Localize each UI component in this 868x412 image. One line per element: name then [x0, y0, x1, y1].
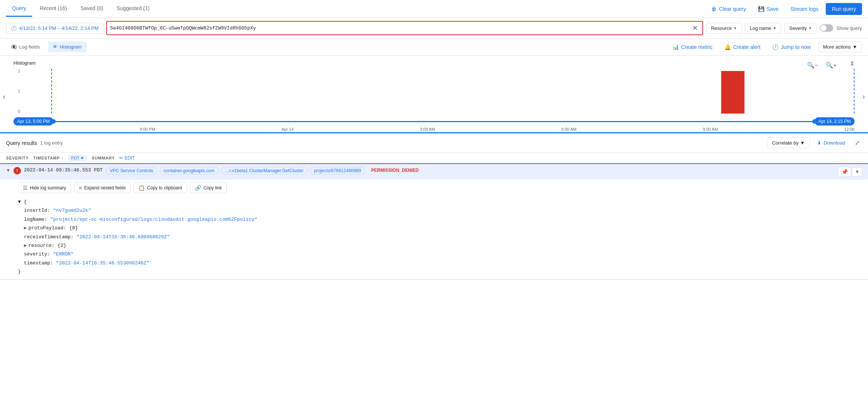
clipboard-icon: 📋 — [138, 185, 145, 191]
severity-icon: ! — [13, 167, 21, 174]
expand-nested-fields-button[interactable]: ≡ Expand nested fields — [74, 183, 131, 193]
pin-dropdown-button[interactable]: ▼ — [853, 167, 862, 176]
histogram-title: Histogram — [13, 60, 855, 66]
log-json-insertId: insertId: "nv7gumd2u2k" — [18, 206, 862, 215]
timeline-ticks: 9:00 PM Apr 14 3:00 AM 6:00 AM 9:00 AM 1… — [13, 126, 855, 132]
y-axis-mid: 1 — [13, 89, 20, 93]
resource-filter[interactable]: Resource ▼ — [706, 23, 742, 34]
fullscreen-button[interactable]: ⤢ — [853, 137, 862, 149]
results-title: Query results — [6, 140, 37, 146]
expand-resource[interactable]: ▶ — [24, 243, 27, 248]
expand-nested-icon: ≡ — [79, 185, 82, 191]
log-tag-vpc[interactable]: VPC Service Controls — [106, 167, 157, 174]
chevron-down-icon: ▼ — [80, 156, 84, 160]
chevron-down-icon: ▼ — [773, 26, 777, 30]
alert-icon: 🔔 — [724, 44, 731, 50]
edit-columns-button[interactable]: ✏ EDIT — [119, 155, 135, 161]
clock-icon: 🕐 — [11, 25, 17, 31]
col-summary-header: SUMMARY — [92, 156, 115, 160]
copy-link-button[interactable]: 🔗 Copy link — [190, 183, 227, 193]
jump-icon: 🕐 — [772, 44, 779, 50]
log-detail: ☰ Hide log summary ≡ Expand nested field… — [0, 180, 868, 279]
y-axis-top: 1 — [13, 69, 20, 73]
correlate-by-button[interactable]: Correlate by ▼ — [767, 137, 810, 148]
more-actions-button[interactable]: More actions ▼ — [818, 41, 862, 52]
timeline-left-dot — [51, 119, 56, 124]
jump-to-now-button[interactable]: 🕐 Jump to now — [768, 42, 815, 52]
toolbar-row: 👁‍🗨 Log fields 👁 Histogram 📊 Create metr… — [0, 38, 868, 56]
tab-saved[interactable]: Saved (0) — [74, 1, 109, 17]
results-actions: Correlate by ▼ ⬇ Download ⤢ — [767, 137, 862, 149]
copy-to-clipboard-button[interactable]: 📋 Copy to clipboard — [134, 183, 187, 193]
create-metric-button[interactable]: 📊 Create metric — [668, 42, 717, 52]
log-entry: ▼ ! 2022-04-14 09:35:46.553 PDT VPC Serv… — [0, 164, 868, 280]
stream-logs-button[interactable]: Stream logs — [786, 3, 823, 15]
tab-query[interactable]: Query — [6, 1, 32, 17]
histogram-section: ‹ Histogram 🔍− 🔍+ ⇕ 1 1 0 — [0, 56, 868, 132]
time-range-selector[interactable]: 🕐 4/13/22, 5:14 PM – 4/14/22, 2:14 PM — [6, 23, 103, 34]
hide-log-summary-button[interactable]: ☰ Hide log summary — [18, 183, 71, 193]
log-json-severity: severity: "ERROR" — [18, 250, 862, 258]
metric-icon: 📊 — [672, 44, 679, 50]
log-json-protoPayload: ▶protoPayload: {8} — [18, 224, 862, 232]
tab-suggested[interactable]: Suggested (1) — [111, 1, 156, 17]
download-button[interactable]: ⬇ Download — [813, 138, 850, 148]
top-actions: 🗑 Clear query 💾 Save Stream logs Run que… — [707, 3, 862, 15]
log-name-filter[interactable]: Log name ▼ — [745, 23, 782, 34]
results-header: Query results 1 log entry Correlate by ▼… — [0, 132, 868, 153]
toggle-knob — [821, 25, 826, 31]
chevron-down-icon: ▼ — [852, 44, 857, 50]
log-tag-container[interactable]: container.googleapis.com — [160, 167, 219, 174]
timeline-end-label[interactable]: Apr 14, 2:15 PM — [815, 117, 855, 126]
histogram-next-button[interactable]: › — [862, 92, 865, 100]
log-tag-project[interactable]: projects/676612490989 — [310, 167, 365, 174]
log-json-receiveTimestamp: receiveTimestamp: "2022-04-14T16:35:46.6… — [18, 233, 862, 241]
timeline-start-label[interactable]: Apr 13, 5:00 PM — [13, 117, 53, 126]
timeline-right-dot — [812, 119, 817, 124]
histogram-button[interactable]: 👁 Histogram — [48, 41, 87, 52]
histogram-prev-button[interactable]: ‹ — [3, 92, 6, 100]
y-axis-bot: 0 — [13, 109, 20, 114]
log-json-resource: ▶resource: {2} — [18, 241, 862, 250]
log-detail-toolbar: ☰ Hide log summary ≡ Expand nested field… — [18, 183, 862, 193]
clear-query-button[interactable]: 🗑 Clear query — [707, 3, 750, 15]
chevron-down-icon: ▼ — [733, 26, 737, 30]
save-button[interactable]: 💾 Save — [754, 3, 783, 15]
show-query-toggle[interactable] — [820, 24, 833, 32]
log-entry-header: ▼ ! 2022-04-14 09:35:46.553 PDT VPC Serv… — [0, 164, 868, 180]
col-severity-header: SEVERITY — [6, 156, 29, 160]
chevron-down-icon: ▼ — [800, 140, 805, 146]
chevron-down-icon: ▼ — [808, 26, 812, 30]
save-icon: 💾 — [758, 6, 764, 12]
log-timestamp: 2022-04-14 09:35:46.553 PDT — [24, 167, 103, 173]
log-tag-cluster[interactable]: …r.v1beta1.ClusterManager.GetCluster — [221, 167, 308, 174]
svg-rect-0 — [721, 71, 744, 114]
search-input[interactable] — [110, 25, 691, 31]
log-pin-actions: 📌 ▼ — [838, 167, 862, 177]
log-json-timestamp: timestamp: "2022-04-14T16:35:46.55309624… — [18, 259, 862, 267]
col-timestamp-header: TIMESTAMP ↑ — [33, 156, 64, 160]
toolbar-right-actions: 📊 Create metric 🔔 Create alert 🕐 Jump to… — [668, 41, 862, 52]
create-alert-button[interactable]: 🔔 Create alert — [720, 42, 765, 52]
run-query-button[interactable]: Run query — [826, 3, 862, 15]
pin-button[interactable]: 📌 — [838, 167, 851, 177]
log-fields-button[interactable]: 👁‍🗨 Log fields — [6, 41, 45, 52]
search-box[interactable]: ✕ — [106, 21, 703, 35]
log-fields-icon: 👁‍🗨 — [11, 44, 17, 50]
timezone-selector[interactable]: PDT ▼ — [68, 155, 87, 161]
collapse-button[interactable]: ▼ — [6, 168, 10, 173]
tab-recent[interactable]: Recent (16) — [34, 1, 73, 17]
log-tag-error: PERMISSION_DENIED — [367, 167, 422, 174]
severity-filter[interactable]: Severity ▼ — [784, 23, 817, 34]
show-query-toggle-row: Show query — [820, 24, 862, 32]
log-json: ▼ { insertId: "nv7gumd2u2k" logName: "pr… — [18, 198, 862, 276]
hide-summary-icon: ☰ — [23, 185, 28, 191]
expand-histogram-button[interactable]: ⇕ — [850, 60, 855, 67]
log-json-logName: logName: "projects/vpc-sc-misconfigured/… — [18, 215, 862, 224]
expand-proto-payload[interactable]: ▶ — [24, 225, 27, 231]
trash-icon: 🗑 — [711, 6, 717, 12]
top-nav: Query Recent (16) Saved (0) Suggested (1… — [0, 0, 868, 18]
link-icon: 🔗 — [195, 185, 201, 191]
clear-search-icon[interactable]: ✕ — [691, 23, 699, 33]
results-count: 1 log entry — [40, 140, 63, 146]
